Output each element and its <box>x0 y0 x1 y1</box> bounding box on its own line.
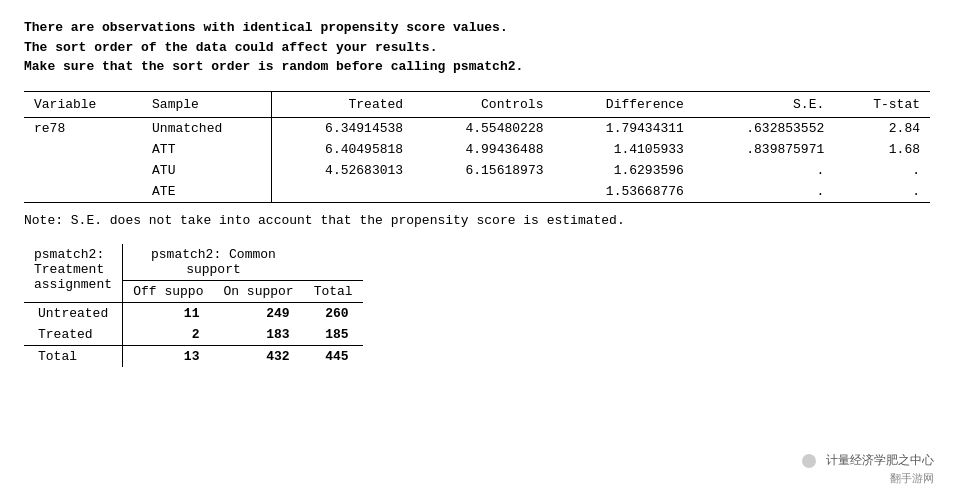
second-table-row: Untreated11249260 <box>24 302 363 324</box>
cell-controls: 4.55480228 <box>413 117 553 139</box>
col-header-treated: Treated <box>272 91 413 117</box>
cell-treated: 6.34914538 <box>272 117 413 139</box>
cell-controls: 4.99436488 <box>413 139 553 160</box>
second-table-left-header: psmatch2: Treatment assignment <box>24 244 123 303</box>
watermark-icon <box>802 454 816 468</box>
cell-total: 185 <box>304 324 363 346</box>
col-header-controls: Controls <box>413 91 553 117</box>
cell-controls <box>413 181 553 203</box>
cell-variable <box>24 181 142 203</box>
cell-off: 2 <box>123 324 214 346</box>
cell-tstat: . <box>834 160 930 181</box>
second-table-row: Total13432445 <box>24 345 363 367</box>
note-text: Note: S.E. does not take into account th… <box>24 213 930 228</box>
cell-sample: ATU <box>142 160 272 181</box>
main-table: Variable Sample Treated Controls Differe… <box>24 91 930 203</box>
cell-se: .839875971 <box>694 139 834 160</box>
cell-difference: 1.53668776 <box>553 181 693 203</box>
second-table-top-header: psmatch2: Common support <box>123 244 304 281</box>
warning-line1: There are observations with identical pr… <box>24 18 930 38</box>
cell-off: 11 <box>123 302 214 324</box>
cell-treated <box>272 181 413 203</box>
col-header-tstat: T-stat <box>834 91 930 117</box>
watermark-line2: 翻手游网 <box>890 471 934 486</box>
cell-sample: ATT <box>142 139 272 160</box>
cell-difference: 1.4105933 <box>553 139 693 160</box>
table-row: ATE1.53668776.. <box>24 181 930 203</box>
cell-controls: 6.15618973 <box>413 160 553 181</box>
cell-treated: 6.40495818 <box>272 139 413 160</box>
cell-variable: re78 <box>24 117 142 139</box>
col-header-total: Total <box>304 280 363 302</box>
second-table-row: Treated2183185 <box>24 324 363 346</box>
table-row: ATT6.404958184.994364881.4105933.8398759… <box>24 139 930 160</box>
watermark: 计量经济学肥之中心 翻手游网 <box>802 452 934 486</box>
cell-variable <box>24 139 142 160</box>
cell-label: Untreated <box>24 302 123 324</box>
second-table: psmatch2: Treatment assignment psmatch2:… <box>24 244 363 367</box>
cell-label: Treated <box>24 324 123 346</box>
table-row: ATU4.526830136.156189731.6293596.. <box>24 160 930 181</box>
cell-difference: 1.6293596 <box>553 160 693 181</box>
cell-on: 183 <box>213 324 303 346</box>
cell-tstat: 1.68 <box>834 139 930 160</box>
cell-se: .632853552 <box>694 117 834 139</box>
cell-difference: 1.79434311 <box>553 117 693 139</box>
warning-block: There are observations with identical pr… <box>24 18 930 77</box>
col-header-off: Off suppo <box>123 280 214 302</box>
cell-variable <box>24 160 142 181</box>
col-header-difference: Difference <box>553 91 693 117</box>
cell-on: 249 <box>213 302 303 324</box>
col-header-variable: Variable <box>24 91 142 117</box>
cell-on: 432 <box>213 345 303 367</box>
cell-sample: Unmatched <box>142 117 272 139</box>
second-table-total-header <box>304 244 363 281</box>
table-row: re78Unmatched6.349145384.554802281.79434… <box>24 117 930 139</box>
cell-treated: 4.52683013 <box>272 160 413 181</box>
col-header-sample: Sample <box>142 91 272 117</box>
cell-total: 445 <box>304 345 363 367</box>
cell-se: . <box>694 181 834 203</box>
cell-tstat: . <box>834 181 930 203</box>
warning-line3: Make sure that the sort order is random … <box>24 57 930 77</box>
cell-total: 260 <box>304 302 363 324</box>
cell-tstat: 2.84 <box>834 117 930 139</box>
warning-line2: The sort order of the data could affect … <box>24 38 930 58</box>
watermark-line1: 计量经济学肥之中心 <box>802 452 934 469</box>
col-header-on: On suppor <box>213 280 303 302</box>
col-header-se: S.E. <box>694 91 834 117</box>
cell-label: Total <box>24 345 123 367</box>
cell-se: . <box>694 160 834 181</box>
cell-off: 13 <box>123 345 214 367</box>
cell-sample: ATE <box>142 181 272 203</box>
